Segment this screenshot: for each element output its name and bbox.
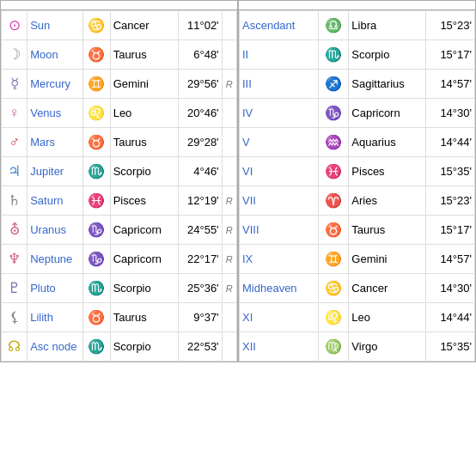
house-name-5: VI: [240, 157, 319, 186]
left-panel: ⊙ Sun ♋ Cancer 11°02' ☽ Moon ♉ Taurus 6°…: [1, 10, 239, 362]
planet-symbol-9: ♇: [2, 274, 27, 303]
planet-symbol-2: ☿: [2, 70, 27, 99]
planet-symbol-5: ♃: [2, 157, 27, 186]
degree-9: 25°36': [178, 274, 222, 303]
retrograde-2: R: [222, 70, 236, 99]
house-sign-name-6: Aries: [349, 186, 425, 216]
planet-symbol-0: ⊙: [2, 11, 27, 40]
sign-name-8: Capricorn: [110, 245, 178, 274]
left-table: ⊙ Sun ♋ Cancer 11°02' ☽ Moon ♉ Taurus 6°…: [1, 10, 237, 362]
retrograde-6: R: [222, 186, 236, 216]
house-sign-symbol-9: ♋: [319, 274, 349, 303]
house-name-8: IX: [240, 245, 319, 274]
right-row-2: III ♐ Sagittarius 14°57': [240, 70, 475, 99]
planet-symbol-11: ☊: [2, 332, 27, 362]
house-sign-name-0: Libra: [349, 11, 425, 40]
sign-name-1: Taurus: [110, 40, 178, 70]
sign-name-7: Capricorn: [110, 216, 178, 245]
house-sign-name-11: Virgo: [349, 332, 425, 362]
house-name-10: XI: [240, 303, 319, 332]
house-sign-name-2: Sagittarius: [349, 70, 425, 99]
sign-symbol-6: ♓: [83, 186, 110, 216]
house-name-4: V: [240, 128, 319, 157]
planet-name-10: Lilith: [27, 303, 83, 332]
left-row-10: ⚸ Lilith ♉ Taurus 9°37': [2, 303, 237, 332]
planet-name-1: Moon: [27, 40, 83, 70]
house-sign-symbol-11: ♍: [319, 332, 349, 362]
planet-name-2: Mercury: [27, 70, 83, 99]
sign-symbol-0: ♋: [83, 11, 110, 40]
planet-symbol-10: ⚸: [2, 303, 27, 332]
sign-symbol-2: ♊: [83, 70, 110, 99]
house-sign-symbol-7: ♉: [319, 216, 349, 245]
right-table: Ascendant ♎ Libra 15°23' II ♏ Scorpio 15…: [239, 10, 475, 362]
house-sign-name-7: Taurus: [349, 216, 425, 245]
house-degree-10: 14°44': [425, 303, 474, 332]
planet-symbol-1: ☽: [2, 40, 27, 70]
degree-8: 22°17': [178, 245, 222, 274]
house-name-1: II: [240, 40, 319, 70]
sign-name-0: Cancer: [110, 11, 178, 40]
left-header: [1, 1, 239, 9]
house-name-2: III: [240, 70, 319, 99]
planet-name-6: Saturn: [27, 186, 83, 216]
right-row-5: VI ♓ Pisces 15°35': [240, 157, 475, 186]
left-row-9: ♇ Pluto ♏ Scorpio 25°36' R: [2, 274, 237, 303]
house-sign-name-5: Pisces: [349, 157, 425, 186]
right-row-4: V ♒ Aquarius 14°44': [240, 128, 475, 157]
planet-symbol-8: ♆: [2, 245, 27, 274]
house-degree-7: 15°17': [425, 216, 474, 245]
sign-symbol-11: ♏: [83, 332, 110, 362]
main-container: ⊙ Sun ♋ Cancer 11°02' ☽ Moon ♉ Taurus 6°…: [0, 0, 476, 362]
sign-symbol-3: ♌: [83, 99, 110, 128]
house-sign-symbol-8: ♊: [319, 245, 349, 274]
sign-symbol-10: ♉: [83, 303, 110, 332]
left-row-0: ⊙ Sun ♋ Cancer 11°02': [2, 11, 237, 40]
degree-7: 24°55': [178, 216, 222, 245]
planet-name-0: Sun: [27, 11, 83, 40]
degree-2: 29°56': [178, 70, 222, 99]
retrograde-5: [222, 157, 236, 186]
house-sign-symbol-2: ♐: [319, 70, 349, 99]
planet-symbol-7: ⛢: [2, 216, 27, 245]
planet-symbol-4: ♂: [2, 128, 27, 157]
left-row-1: ☽ Moon ♉ Taurus 6°48': [2, 40, 237, 70]
retrograde-11: [222, 332, 236, 362]
house-sign-name-9: Cancer: [349, 274, 425, 303]
house-degree-4: 14°44': [425, 128, 474, 157]
degree-5: 4°46': [178, 157, 222, 186]
planet-name-5: Jupiter: [27, 157, 83, 186]
degree-10: 9°37': [178, 303, 222, 332]
left-row-7: ⛢ Uranus ♑ Capricorn 24°55' R: [2, 216, 237, 245]
sign-symbol-5: ♏: [83, 157, 110, 186]
house-sign-name-1: Scorpio: [349, 40, 425, 70]
right-row-11: XII ♍ Virgo 15°35': [240, 332, 475, 362]
house-name-0: Ascendant: [240, 11, 319, 40]
house-sign-name-3: Capricorn: [349, 99, 425, 128]
right-row-8: IX ♊ Gemini 14°57': [240, 245, 475, 274]
left-row-4: ♂ Mars ♉ Taurus 29°28': [2, 128, 237, 157]
left-row-6: ♄ Saturn ♓ Pisces 12°19' R: [2, 186, 237, 216]
left-row-3: ♀ Venus ♌ Leo 20°46': [2, 99, 237, 128]
house-sign-symbol-6: ♈: [319, 186, 349, 216]
left-row-8: ♆ Neptune ♑ Capricorn 22°17' R: [2, 245, 237, 274]
sign-name-2: Gemini: [110, 70, 178, 99]
sign-symbol-7: ♑: [83, 216, 110, 245]
right-row-3: IV ♑ Capricorn 14°30': [240, 99, 475, 128]
right-row-6: VII ♈ Aries 15°23': [240, 186, 475, 216]
sign-name-11: Scorpio: [110, 332, 178, 362]
house-degree-8: 14°57': [425, 245, 474, 274]
tables-row: ⊙ Sun ♋ Cancer 11°02' ☽ Moon ♉ Taurus 6°…: [1, 10, 475, 362]
house-degree-5: 15°35': [425, 157, 474, 186]
degree-1: 6°48': [178, 40, 222, 70]
planet-symbol-6: ♄: [2, 186, 27, 216]
house-degree-3: 14°30': [425, 99, 474, 128]
degree-11: 22°53': [178, 332, 222, 362]
house-degree-2: 14°57': [425, 70, 474, 99]
right-row-1: II ♏ Scorpio 15°17': [240, 40, 475, 70]
sign-name-9: Scorpio: [110, 274, 178, 303]
house-sign-symbol-1: ♏: [319, 40, 349, 70]
retrograde-4: [222, 128, 236, 157]
sign-name-6: Pisces: [110, 186, 178, 216]
sign-symbol-4: ♉: [83, 128, 110, 157]
